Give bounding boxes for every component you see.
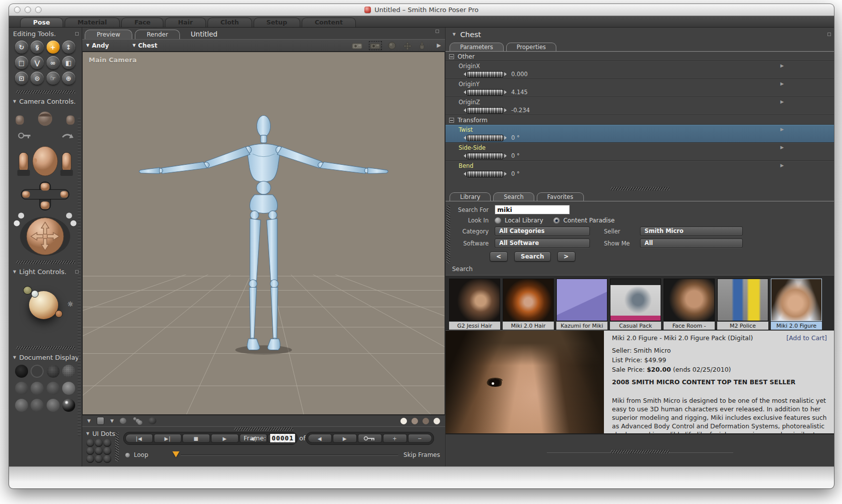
tracking-full-icon[interactable]: [148, 417, 156, 424]
param-menu-icon[interactable]: ▶: [780, 81, 784, 86]
camera-flyaround-icon[interactable]: [370, 42, 381, 49]
tab-material[interactable]: Material: [65, 18, 120, 27]
result-casual-pack[interactable]: Casual Pack: [610, 279, 661, 330]
add-keyframe-button[interactable]: +: [383, 434, 407, 443]
tab-setup[interactable]: Setup: [254, 18, 300, 27]
camera-controls-widget[interactable]: [9, 107, 82, 259]
result-m2-police[interactable]: M2 Police: [717, 279, 768, 330]
display-style-hidden-line[interactable]: [62, 365, 75, 378]
section-drag-handle[interactable]: [16, 346, 75, 350]
ui-dot[interactable]: [103, 439, 111, 447]
ui-dot[interactable]: [103, 447, 111, 455]
timeline-playhead[interactable]: [172, 451, 179, 457]
display-style-silhouette[interactable]: [15, 365, 28, 378]
actor-menu-triangle-icon[interactable]: ▼: [453, 32, 456, 37]
play-button[interactable]: ▶: [211, 434, 239, 443]
display-style-flat-lined[interactable]: [47, 382, 60, 395]
dial-increment-icon[interactable]: [504, 172, 507, 176]
display-style-smooth-lined[interactable]: [31, 399, 44, 412]
collapse-group-icon[interactable]: [449, 54, 454, 59]
result-miki-2-0-figure[interactable]: Miki 2.0 Figure: [771, 279, 822, 330]
tool-direct-manipulation[interactable]: ⊕: [62, 72, 75, 85]
tool-scale[interactable]: □: [15, 56, 28, 69]
search-input[interactable]: [495, 205, 570, 214]
tool-translate-in-out[interactable]: ↕: [62, 41, 75, 54]
tracking-multi-icon[interactable]: [132, 417, 142, 425]
transport-divider[interactable]: [115, 432, 119, 461]
camera-view-icon[interactable]: [352, 42, 363, 49]
tab-render[interactable]: Render: [135, 30, 180, 39]
tab-parameters[interactable]: Parameters: [450, 43, 504, 51]
andy-figure[interactable]: [139, 116, 388, 350]
detach-icon[interactable]: [827, 33, 831, 36]
depth-cue-menu-icon[interactable]: ▼: [87, 418, 91, 423]
section-drag-handle[interactable]: [16, 90, 75, 94]
param-menu-icon[interactable]: ▶: [780, 163, 784, 168]
stop-button[interactable]: ■: [182, 434, 210, 443]
camera-controls-header[interactable]: ▼ Camera Controls.: [9, 95, 82, 107]
ui-dot[interactable]: [95, 439, 103, 447]
tool-taper[interactable]: ⋁: [31, 56, 44, 69]
tab-pose[interactable]: Pose: [20, 18, 63, 27]
parameter-dial[interactable]: [467, 107, 504, 114]
loop-toggle[interactable]: [125, 453, 130, 457]
detach-icon[interactable]: [75, 270, 79, 274]
last-frame-button[interactable]: ▶|: [154, 434, 181, 443]
collapse-group-icon[interactable]: [449, 118, 454, 123]
skip-frames-label[interactable]: Skip Frames: [403, 451, 440, 458]
prev-page-button[interactable]: <: [490, 251, 508, 262]
edit-keyframes-button[interactable]: [358, 434, 382, 443]
param-menu-icon[interactable]: ▶: [780, 63, 784, 68]
seller-dropdown[interactable]: Smith Micro: [640, 226, 743, 236]
result-face-room[interactable]: Face Room -: [664, 279, 715, 330]
dial-increment-icon[interactable]: [504, 72, 507, 76]
dial-decrement-icon[interactable]: [464, 154, 466, 158]
first-frame-button[interactable]: |◀: [125, 434, 153, 443]
detach-icon[interactable]: [75, 32, 79, 36]
parameter-dial[interactable]: [467, 171, 504, 177]
tracking-menu-icon[interactable]: ▼: [110, 418, 114, 423]
display-style-wireframe[interactable]: [47, 365, 60, 378]
display-dot-1[interactable]: [400, 418, 407, 424]
actor-menu[interactable]: ▼ Chest: [132, 42, 157, 49]
tab-hair[interactable]: Hair: [165, 18, 205, 27]
group-transform[interactable]: Transform: [446, 115, 834, 125]
display-style-smooth-shaded[interactable]: [15, 399, 28, 412]
tab-library[interactable]: Library: [450, 192, 491, 201]
param-menu-icon[interactable]: ▶: [780, 145, 784, 150]
radio-content-paradise[interactable]: Content Paradise: [553, 217, 614, 224]
ui-dot[interactable]: [95, 447, 103, 455]
tracking-box-icon[interactable]: [97, 417, 104, 425]
tab-preview[interactable]: Preview: [85, 30, 132, 39]
delete-keyframe-button[interactable]: −: [408, 434, 432, 443]
parameter-dial[interactable]: [467, 153, 504, 159]
tool-translate-pull[interactable]: +: [47, 41, 60, 54]
display-style-flat-shaded[interactable]: [31, 382, 44, 395]
light-2-handle[interactable]: [31, 290, 39, 298]
prev-key-button[interactable]: ◀: [308, 434, 332, 443]
ui-dot[interactable]: [86, 439, 94, 447]
software-dropdown[interactable]: All Software: [495, 238, 590, 248]
selected-actor-name[interactable]: Chest: [460, 31, 481, 39]
result-kazumi-for-miki[interactable]: Kazumi for Miki: [556, 279, 607, 330]
display-style-texture-shaded[interactable]: [47, 399, 60, 412]
display-dot-2[interactable]: [411, 418, 418, 424]
parameter-dial[interactable]: [467, 135, 504, 141]
next-page-button[interactable]: >: [557, 251, 575, 262]
ui-dots-header[interactable]: ▼ UI Dots: [86, 430, 115, 439]
show-me-dropdown[interactable]: All: [640, 238, 743, 248]
viewport-3d[interactable]: Main Camera: [82, 52, 445, 415]
ui-dot[interactable]: [103, 455, 111, 463]
splitter-drag-handle[interactable]: [610, 187, 670, 190]
transport-drag-handle[interactable]: [234, 427, 293, 431]
tool-view-magnifier[interactable]: ⊙: [31, 72, 44, 85]
tab-content[interactable]: Content: [302, 18, 356, 27]
param-menu-icon[interactable]: ▶: [780, 127, 784, 132]
display-style-textured[interactable]: [62, 399, 75, 412]
tab-face[interactable]: Face: [121, 18, 163, 27]
figure-menu[interactable]: ▼ Andy: [86, 42, 109, 49]
tool-twist[interactable]: §: [31, 41, 44, 54]
tab-favorites[interactable]: Favorites: [537, 192, 584, 201]
display-style-lit-wireframe[interactable]: [15, 382, 28, 395]
param-menu-icon[interactable]: ▶: [780, 99, 784, 104]
